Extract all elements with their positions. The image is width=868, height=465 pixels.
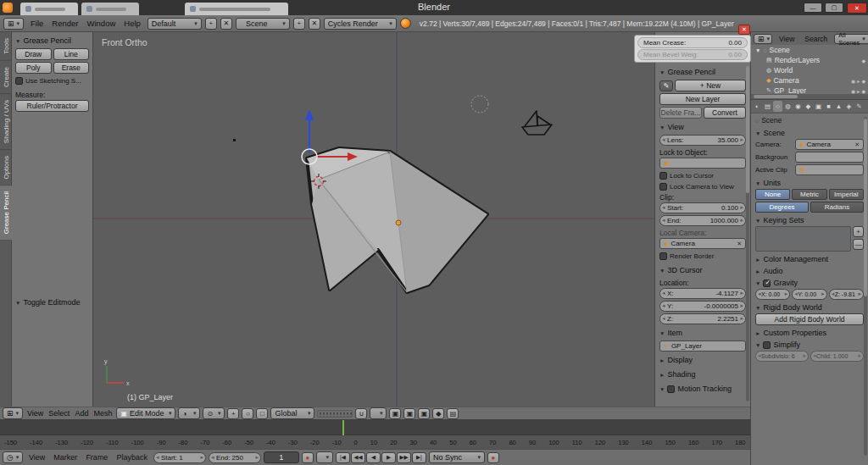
render-opengl-button[interactable]: ◆ xyxy=(432,408,444,419)
panel-header-item[interactable]: ▼Item xyxy=(659,327,746,339)
display-mode-dropdown[interactable]: All Scenes▾ xyxy=(834,34,868,44)
menubar-menu-item[interactable]: File xyxy=(27,19,47,28)
poly-button[interactable]: Poly xyxy=(15,62,52,74)
outliner-view-menu[interactable]: View xyxy=(776,35,798,43)
units-imperial-button[interactable]: Imperial xyxy=(829,189,864,200)
units-none-button[interactable]: None xyxy=(755,189,790,200)
editor-type-button[interactable]: ◷▾ xyxy=(3,451,23,463)
properties-tab-icon[interactable]: ▲ xyxy=(834,101,843,112)
viewport-menu-item[interactable]: Mesh xyxy=(92,409,114,418)
browser-tab[interactable] xyxy=(81,3,139,15)
active-clip-field[interactable]: ▤ xyxy=(795,164,864,175)
panel-header-shading[interactable]: ►Shading xyxy=(659,368,746,380)
pivot-dropdown[interactable]: ⊙▾ xyxy=(203,407,225,419)
units-metric-button[interactable]: Metric xyxy=(792,189,826,200)
panel-header-scene[interactable]: ▼Scene xyxy=(755,127,864,139)
use-sketching-checkbox[interactable] xyxy=(15,77,23,85)
properties-scrollbar[interactable] xyxy=(864,117,867,456)
scrollbar-thumb[interactable] xyxy=(746,66,749,193)
viewport-shading-dropdown[interactable]: ◑▾ xyxy=(178,407,200,419)
motion-tracking-checkbox[interactable] xyxy=(667,385,675,393)
clip-start-field[interactable]: Start:0.100 xyxy=(659,202,746,213)
layout-dropdown[interactable]: Default▾ xyxy=(147,18,202,30)
gp-new-button[interactable]: + New xyxy=(675,80,746,91)
scrollbar-thumb[interactable] xyxy=(754,95,798,98)
simplify-checkbox[interactable] xyxy=(763,341,771,349)
gravity-y-field[interactable]: Y: 0.00 xyxy=(792,289,826,300)
outliner-item-world[interactable]: ◍World xyxy=(751,65,868,75)
panel-header-motion-tracking[interactable]: ▼Motion Tracking xyxy=(659,383,746,395)
gravity-checkbox[interactable] xyxy=(763,280,771,287)
lock-object-field[interactable]: ▣ xyxy=(659,158,746,169)
add-rigid-body-world-button[interactable]: Add Rigid Body World xyxy=(755,313,864,325)
lock-to-cursor-checkbox[interactable] xyxy=(659,172,667,180)
toolshelf-tab[interactable]: Grease Pencil xyxy=(0,185,12,241)
lens-slider[interactable]: Lens:35.000 xyxy=(659,135,746,146)
select-mode-edge-button[interactable]: ▣ xyxy=(403,408,415,419)
properties-tab-icon[interactable]: ✎ xyxy=(854,101,864,112)
units-radians-button[interactable]: Radians xyxy=(810,202,864,213)
properties-tab-icon[interactable]: ▤ xyxy=(763,101,772,112)
toolshelf-tab[interactable]: Options xyxy=(0,150,12,186)
playback-button[interactable]: ▶| xyxy=(412,452,426,463)
browser-tab[interactable] xyxy=(185,3,288,15)
remove-scene-button[interactable]: ✕ xyxy=(309,18,320,30)
snap-element-dropdown[interactable]: ▾ xyxy=(370,407,387,419)
cursor-x-field[interactable]: X:-4.1127 xyxy=(659,288,746,299)
timeline[interactable]: -150-140-130-120-110-100-90-80-70-60-50-… xyxy=(0,420,750,449)
panel-header-units[interactable]: ▼Units xyxy=(755,177,864,189)
clear-icon[interactable]: ✕ xyxy=(854,141,860,148)
delete-frame-button[interactable]: Delete Fra... xyxy=(659,107,702,119)
outliner-scrollbar[interactable] xyxy=(751,94,868,99)
simplify-child-field[interactable]: Child: 1.000 xyxy=(810,351,864,362)
simplify-subdivision-field[interactable]: Subdivisio: 6 xyxy=(755,351,809,362)
visibility-toggle-icon[interactable]: ◉ xyxy=(851,88,855,94)
sync-dropdown[interactable]: No Sync▾ xyxy=(429,451,485,463)
properties-tab-icon[interactable]: ■ xyxy=(824,101,833,112)
manipulator-rotate-toggle[interactable]: ○ xyxy=(242,408,253,419)
ruler-protractor-button[interactable]: Ruler/Protractor xyxy=(15,100,89,112)
minimize-button[interactable]: — xyxy=(804,3,822,13)
panel-header-toggle-editmode[interactable]: ▼Toggle Editmode xyxy=(15,296,89,308)
viewport-menu-item[interactable]: Select xyxy=(47,409,71,418)
manipulator-translate-toggle[interactable]: + xyxy=(227,408,239,419)
add-layout-button[interactable]: + xyxy=(205,18,217,30)
render-border-checkbox[interactable] xyxy=(659,252,667,260)
transform-orientation-dropdown[interactable]: Global▾ xyxy=(270,407,314,419)
editor-type-button[interactable]: ⊞▾ xyxy=(3,407,23,419)
panel-header-grease-pencil[interactable]: ▼Grease Pencil xyxy=(659,66,746,78)
properties-tab-icon[interactable]: ◌ xyxy=(773,101,782,112)
clip-end-field[interactable]: End:1000.000 xyxy=(659,215,746,226)
panel-header-view[interactable]: ▼View xyxy=(659,121,746,133)
outliner-item-camera[interactable]: ◆Camera◉▸◆ xyxy=(751,75,868,86)
add-scene-button[interactable]: + xyxy=(293,18,305,30)
scene-dropdown[interactable]: ◌Scene▾ xyxy=(236,18,290,30)
clear-icon[interactable]: ✕ xyxy=(737,241,742,247)
draw-button[interactable]: Draw xyxy=(15,48,52,60)
convert-button[interactable]: Convert xyxy=(704,107,746,119)
snap-toggle-button[interactable]: ∪ xyxy=(355,408,367,419)
panel-header-simplify[interactable]: ▼Simplify xyxy=(755,339,864,351)
render-engine-dropdown[interactable]: Cycles Render▾ xyxy=(324,18,397,30)
toolshelf-tab[interactable]: Create xyxy=(0,61,12,94)
properties-tab-icon[interactable]: ◉ xyxy=(793,101,803,112)
outliner-search-menu[interactable]: Search xyxy=(801,35,831,43)
cursor-y-field[interactable]: Y:-0.0000005 xyxy=(659,301,746,312)
maximize-button[interactable]: ▢ xyxy=(825,3,843,13)
render-toggle-icon[interactable]: ◆ xyxy=(861,88,865,94)
toolshelf-tab[interactable]: Shading / UVs xyxy=(0,94,12,150)
select-mode-vertex-button[interactable]: ▣ xyxy=(389,408,401,419)
keying-set-dropdown[interactable]: ▾ xyxy=(316,451,333,463)
viewport-canvas[interactable]: x y xyxy=(93,32,654,407)
background-set-field[interactable]: ◌ xyxy=(795,152,864,163)
popup-close-button[interactable]: ✕ xyxy=(738,25,750,35)
item-name-field[interactable]: ✎GP_Layer xyxy=(659,340,746,352)
playback-button[interactable]: |◀ xyxy=(336,452,350,463)
current-frame-playhead[interactable] xyxy=(342,420,344,435)
toolshelf-tab[interactable]: Tools xyxy=(0,32,12,61)
timeline-menu-item[interactable]: Playback xyxy=(113,453,151,462)
outliner-item-renderlayers[interactable]: ▤RenderLayers◆ xyxy=(751,55,868,65)
outliner-item-scene[interactable]: ▼◌Scene xyxy=(751,45,868,55)
playback-button[interactable]: ◀ xyxy=(366,452,381,463)
viewport-menu-item[interactable]: View xyxy=(25,409,45,418)
